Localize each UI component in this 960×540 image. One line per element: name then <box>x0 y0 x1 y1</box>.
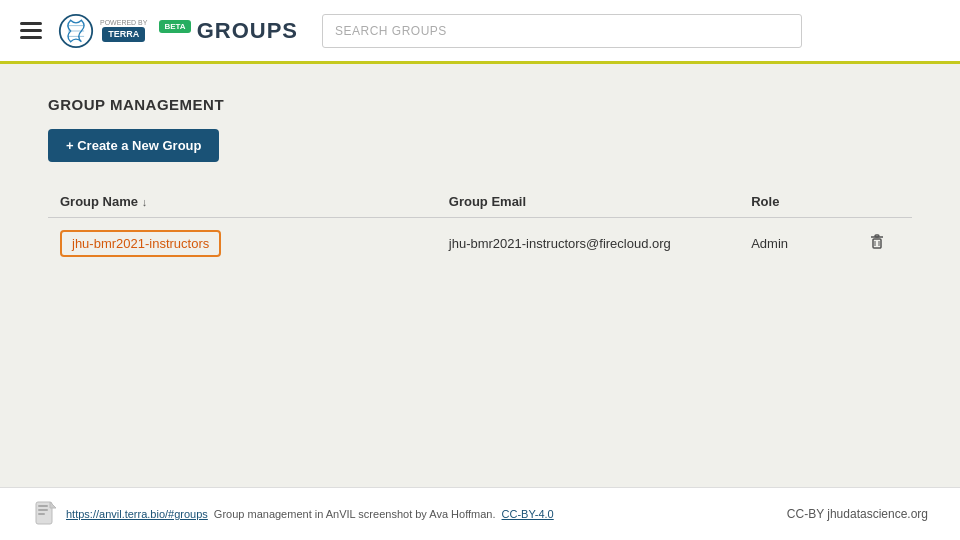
col-header-role: Role <box>739 186 843 218</box>
table-header-row: Group Name ↓ Group Email Role <box>48 186 912 218</box>
col-header-group-name[interactable]: Group Name ↓ <box>48 186 437 218</box>
footer-cc-link[interactable]: CC-BY-4.0 <box>502 508 554 520</box>
beta-badge: BETA <box>159 20 190 33</box>
app-header: POWERED BY TERRA BETA GROUPS <box>0 0 960 64</box>
col-header-actions <box>843 186 912 218</box>
footer-url[interactable]: https://anvil.terra.bio/#groups <box>66 508 208 520</box>
powered-by-label: POWERED BY TERRA <box>100 19 147 42</box>
dna-logo-icon <box>58 13 94 49</box>
sort-icon: ↓ <box>142 196 148 208</box>
delete-cell <box>843 218 912 269</box>
footer-copyright: CC-BY jhudatascience.org <box>787 507 928 521</box>
table-row: jhu-bmr2021-instructors jhu-bmr2021-inst… <box>48 218 912 269</box>
delete-button[interactable] <box>864 228 890 258</box>
group-name-link[interactable]: jhu-bmr2021-instructors <box>60 230 221 257</box>
search-input[interactable] <box>322 14 802 48</box>
section-title: GROUP MANAGEMENT <box>48 96 912 113</box>
svg-marker-13 <box>50 502 56 508</box>
trash-icon <box>868 232 886 250</box>
main-content: GROUP MANAGEMENT + Create a New Group Gr… <box>0 64 960 487</box>
footer-description: Group management in AnVIL screenshot by … <box>214 508 496 520</box>
footer-left: https://anvil.terra.bio/#groups Group ma… <box>32 500 554 528</box>
hamburger-menu[interactable] <box>16 18 46 43</box>
search-bar[interactable] <box>322 14 802 48</box>
groups-title: GROUPS <box>197 18 298 44</box>
paper-icon <box>32 500 60 528</box>
groups-table: Group Name ↓ Group Email Role jhu-bmr202… <box>48 186 912 268</box>
svg-rect-4 <box>873 239 881 248</box>
page-footer: https://anvil.terra.bio/#groups Group ma… <box>0 487 960 540</box>
group-email-cell: jhu-bmr2021-instructors@firecloud.org <box>437 218 739 269</box>
role-cell: Admin <box>739 218 843 269</box>
col-header-group-email: Group Email <box>437 186 739 218</box>
svg-rect-10 <box>38 505 48 507</box>
create-new-group-button[interactable]: + Create a New Group <box>48 129 219 162</box>
svg-rect-11 <box>38 509 48 511</box>
group-name-cell: jhu-bmr2021-instructors <box>48 218 437 269</box>
svg-rect-12 <box>38 513 45 515</box>
svg-rect-6 <box>875 235 879 237</box>
groups-title-area: BETA GROUPS <box>159 18 298 44</box>
logo-area: POWERED BY TERRA <box>58 13 147 49</box>
